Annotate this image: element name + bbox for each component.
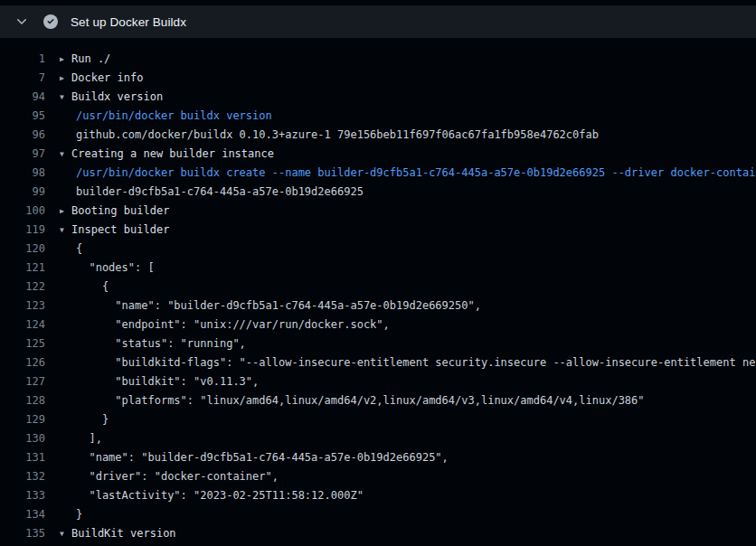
line-number[interactable]: 129 (0, 410, 45, 429)
line-number[interactable]: 134 (0, 505, 45, 524)
log-line-text: ▼BuildKit version (60, 524, 176, 543)
log-line-text: ▼Creating a new builder instance (60, 145, 274, 164)
line-number[interactable]: 99 (0, 183, 45, 202)
log-group-header[interactable]: 135 ▼BuildKit version (0, 524, 756, 543)
log-line-text: "buildkit": "v0.11.3", (76, 372, 259, 391)
group-collapsed-icon[interactable]: ▶ (60, 50, 71, 69)
log-line: 127 "buildkit": "v0.11.3", (0, 372, 756, 391)
chevron-down-icon[interactable] (14, 14, 29, 29)
log-line-text: ▼Buildx version (60, 88, 163, 107)
log-line-text: "status": "running", (76, 334, 246, 353)
line-number[interactable]: 125 (0, 334, 45, 353)
log-line-text: "name": "builder-d9cfb5a1-c764-445a-a57e… (76, 297, 481, 315)
log-line: 99 builder-d9cfb5a1-c764-445a-a57e-0b19d… (0, 183, 756, 202)
log-line: 129 } (0, 410, 756, 429)
group-title: Creating a new builder instance (71, 147, 274, 160)
log-line-text: "name": "builder-d9cfb5a1-c764-445a-a57e… (76, 448, 449, 467)
log-line-text: github.com/docker/buildx 0.10.3+azure-1 … (76, 126, 599, 145)
line-number[interactable]: 7 (0, 69, 45, 88)
line-number[interactable]: 1 (0, 50, 45, 69)
line-number[interactable]: 95 (0, 107, 45, 126)
log-line-text: "endpoint": "unix:///var/run/docker.sock… (76, 315, 390, 334)
log-group-header[interactable]: 94 ▼Buildx version (0, 88, 756, 107)
step-title: Set up Docker Buildx (71, 15, 186, 29)
log-line: 95 /usr/bin/docker buildx version (0, 107, 756, 126)
log-line-text: { (76, 240, 82, 259)
log-group-header[interactable]: 97 ▼Creating a new builder instance (0, 145, 756, 164)
log-line: 123 "name": "builder-d9cfb5a1-c764-445a-… (0, 297, 756, 315)
log-group-header[interactable]: 100 ▶Booting builder (0, 202, 756, 221)
log-line-text: } (76, 410, 109, 429)
step-header[interactable]: Set up Docker Buildx (0, 5, 756, 38)
group-title: BuildKit version (71, 527, 176, 540)
log-line: 126 "buildkitd-flags": "--allow-insecure… (0, 353, 756, 372)
log-lines-container: 1 ▶Run ./ 7 ▶Docker info 94 ▼Buildx vers… (0, 38, 756, 546)
group-title: Docker info (71, 71, 143, 84)
log-line-text: } (76, 505, 82, 524)
check-circle-icon (43, 14, 58, 29)
log-line: 130 ], (0, 429, 756, 448)
log-line: 131 "name": "builder-d9cfb5a1-c764-445a-… (0, 448, 756, 467)
group-expanded-icon[interactable]: ▼ (60, 88, 71, 107)
log-line: 125 "status": "running", (0, 334, 756, 353)
line-number[interactable]: 123 (0, 297, 45, 315)
log-group-header[interactable]: 119 ▼Inspect builder (0, 221, 756, 240)
line-number[interactable]: 130 (0, 429, 45, 448)
log-line-text: ], (76, 429, 102, 448)
line-number[interactable]: 96 (0, 126, 45, 145)
line-number[interactable]: 97 (0, 145, 45, 164)
log-line: 98 /usr/bin/docker buildx create --name … (0, 164, 756, 183)
line-number[interactable]: 132 (0, 467, 45, 486)
log-line: 128 "platforms": "linux/amd64,linux/amd6… (0, 391, 756, 410)
log-line-text: /usr/bin/docker buildx create --name bui… (76, 164, 756, 183)
log-line: 133 "lastActivity": "2023-02-25T11:58:12… (0, 486, 756, 505)
line-number[interactable]: 131 (0, 448, 45, 467)
line-number[interactable]: 121 (0, 259, 45, 278)
log-line-text: ▶Booting builder (60, 202, 169, 221)
log-line-text: "buildkitd-flags": "--allow-insecure-ent… (76, 353, 756, 372)
log-group-header[interactable]: 7 ▶Docker info (0, 69, 756, 88)
line-number[interactable]: 133 (0, 486, 45, 505)
group-expanded-icon[interactable]: ▼ (60, 145, 71, 164)
log-line-text: builder-d9cfb5a1-c764-445a-a57e-0b19d2e6… (76, 183, 364, 202)
line-number[interactable]: 126 (0, 353, 45, 372)
line-number[interactable]: 135 (0, 524, 45, 543)
line-number[interactable]: 120 (0, 240, 45, 259)
log-line-text: "driver": "docker-container", (76, 467, 279, 486)
log-line: 124 "endpoint": "unix:///var/run/docker.… (0, 315, 756, 334)
log-line: 134 } (0, 505, 756, 524)
log-line-text: /usr/bin/docker buildx version (76, 107, 272, 126)
line-number[interactable]: 94 (0, 88, 45, 107)
group-expanded-icon[interactable]: ▼ (60, 524, 71, 543)
log-viewer: Set up Docker Buildx 1 ▶Run ./ 7 ▶Docker… (0, 5, 756, 546)
log-line-text: { (76, 278, 109, 297)
line-number[interactable]: 128 (0, 391, 45, 410)
log-line-text: "platforms": "linux/amd64,linux/amd64/v2… (76, 391, 645, 410)
line-number[interactable]: 127 (0, 372, 45, 391)
group-collapsed-icon[interactable]: ▶ (60, 69, 71, 88)
line-number[interactable]: 124 (0, 315, 45, 334)
log-line-text: ▼Inspect builder (60, 221, 169, 240)
log-line-text: ▶Docker info (60, 69, 143, 88)
line-number[interactable]: 98 (0, 164, 45, 183)
group-title: Buildx version (71, 90, 163, 103)
line-number[interactable]: 119 (0, 221, 45, 240)
log-group-header[interactable]: 1 ▶Run ./ (0, 50, 756, 69)
group-title: Run ./ (71, 52, 110, 65)
group-title: Inspect builder (71, 223, 169, 236)
log-line: 96 github.com/docker/buildx 0.10.3+azure… (0, 126, 756, 145)
log-line: 121 "nodes": [ (0, 259, 756, 278)
log-line-text: "nodes": [ (76, 259, 155, 278)
log-line-text: ▶Run ./ (60, 50, 110, 69)
group-expanded-icon[interactable]: ▼ (60, 221, 71, 240)
group-title: Booting builder (71, 204, 169, 217)
log-line-text: "lastActivity": "2023-02-25T11:58:12.000… (76, 486, 364, 505)
log-line: 132 "driver": "docker-container", (0, 467, 756, 486)
log-line: 122 { (0, 278, 756, 297)
line-number[interactable]: 122 (0, 278, 45, 297)
group-collapsed-icon[interactable]: ▶ (60, 202, 71, 221)
line-number[interactable]: 100 (0, 202, 45, 221)
log-line: 120 { (0, 240, 756, 259)
